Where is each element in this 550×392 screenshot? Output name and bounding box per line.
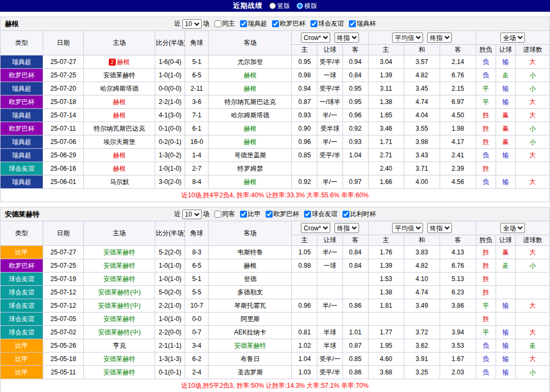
avg-away-odds: 2.14 — [440, 55, 476, 69]
away-team-name[interactable]: 多德勒支 — [237, 289, 263, 296]
match-count-select[interactable]: 10 — [182, 19, 202, 29]
subcol-result-wdl: 胜负 — [476, 45, 496, 55]
match-count-select[interactable]: 10 — [182, 210, 202, 219]
away-team-name[interactable]: 安德莱赫特 — [234, 342, 266, 349]
league-filter-checkbox[interactable] — [266, 211, 273, 218]
summary-line: 近10场,胜5平2负3, 胜率:50% 让胜率:14.3% 大率:57.1% 单… — [0, 379, 550, 392]
away-team-name[interactable]: 赫根 — [244, 262, 257, 269]
handicap-line — [317, 162, 342, 175]
handicap-away-odds: 0.85 — [342, 353, 368, 366]
handicap-line: 半球 — [317, 339, 342, 353]
home-team-name[interactable]: 特尔纳瓦斯巴达克 — [94, 125, 145, 132]
league-filter-checkbox[interactable] — [310, 20, 317, 27]
away-team-name[interactable]: 赫根 — [244, 138, 257, 146]
league-filter-checkbox[interactable] — [240, 211, 247, 218]
home-team-name[interactable]: 安德莱赫特 — [103, 355, 135, 363]
home-team-name[interactable]: 安德莱赫特 — [103, 369, 135, 376]
away-team-name[interactable]: 圣吉罗斯 — [237, 369, 263, 376]
home-team-name[interactable]: 赫根 — [113, 165, 126, 172]
league-filter-checkbox[interactable] — [240, 20, 247, 27]
away-team-name[interactable]: 赫根 — [244, 85, 257, 92]
away-team-name[interactable]: 特罗姆瑟 — [237, 165, 263, 172]
handicap-home-odds: 0.93 — [292, 109, 317, 122]
corner-score-cell: 7-1 — [185, 109, 209, 122]
same-venue-option[interactable]: 同客 — [214, 210, 235, 219]
bookmaker-select[interactable]: Crow* — [301, 33, 330, 43]
home-team-name[interactable]: 赫根 — [113, 151, 126, 159]
scope-select[interactable]: 全场 — [500, 33, 525, 43]
home-team-name[interactable]: 安德莱赫特 — [103, 275, 135, 283]
league-type-badge: 瑞典超 — [1, 82, 43, 95]
home-team-name[interactable]: 安德莱赫特(中) — [98, 289, 141, 296]
avg-away-odds: 2.39 — [440, 162, 476, 175]
away-team-name[interactable]: 阿里斯 — [241, 315, 260, 323]
away-team-name[interactable]: 哈尔姆斯塔德 — [231, 111, 269, 119]
home-team-name[interactable]: 安德莱赫特(中) — [98, 302, 141, 309]
home-team-name[interactable]: 安德莱赫特 — [103, 262, 135, 269]
league-filter-option[interactable]: 欧罗巴杯 — [266, 210, 299, 219]
away-team-name[interactable]: 布鲁日 — [241, 355, 260, 363]
league-filter-checkbox[interactable] — [304, 211, 311, 218]
home-team-name[interactable]: 安德莱赫特 — [103, 249, 135, 256]
home-team-name[interactable]: 安德莱赫特 — [103, 315, 135, 323]
league-filter-checkbox[interactable] — [272, 20, 279, 27]
away-team-name[interactable]: 登德 — [244, 275, 257, 283]
away-team-name[interactable]: 赫根 — [244, 178, 257, 186]
result-handicap — [496, 273, 515, 286]
handicap-stage-select[interactable]: 终指 — [334, 33, 359, 43]
league-filter-option[interactable]: 瑞典杯 — [349, 19, 376, 28]
league-filter-checkbox[interactable] — [342, 211, 349, 218]
avg-stage-select[interactable]: 终指 — [427, 33, 452, 43]
same-venue-checkbox[interactable] — [214, 211, 221, 218]
home-team-name[interactable]: 哈尔姆斯塔德 — [100, 85, 139, 92]
away-team-name[interactable]: 韦斯特鲁 — [237, 249, 263, 256]
home-team-cell: 安德莱赫特(中) — [84, 286, 155, 299]
average-odds-select[interactable]: 平均值 — [392, 223, 423, 233]
same-venue-checkbox[interactable] — [214, 20, 221, 27]
home-team-name[interactable]: 马尔默 — [110, 178, 129, 186]
match-row: 瑞典超25-07-14赫根4-1(3-0)7-1哈尔姆斯塔德0.93半/一0.9… — [1, 109, 550, 122]
league-filter-option[interactable]: 球会友谊 — [310, 19, 344, 28]
result-wdl: 平 — [476, 82, 496, 95]
home-team-name[interactable]: 埃尔夫斯堡 — [103, 138, 135, 146]
avg-draw-odds: 3.98 — [404, 135, 440, 149]
handicap-away-odds: 0.92 — [342, 122, 368, 135]
home-team-name[interactable]: 赫根 — [113, 98, 126, 106]
home-team-name[interactable]: 亨克 — [113, 342, 126, 349]
handicap-away-odds: 0.97 — [342, 175, 368, 189]
away-team-name[interactable]: 哥德堡盖斯 — [234, 151, 266, 159]
same-venue-option[interactable]: 同主 — [214, 19, 235, 28]
away-team-name[interactable]: 特尔纳瓦斯巴达克 — [225, 98, 276, 106]
away-team-name[interactable]: AEK拉纳卡 — [234, 329, 266, 336]
home-team-name[interactable]: 安德莱赫特(中) — [98, 329, 141, 336]
away-team-name[interactable]: 尤尔加登 — [237, 58, 263, 66]
away-team-name[interactable]: 琴斯托霍瓦 — [234, 302, 266, 309]
league-filter-option[interactable]: 比利时杯 — [342, 210, 376, 219]
horizontal-layout-radio[interactable] — [297, 3, 303, 9]
away-team-name[interactable]: 赫根 — [244, 125, 257, 132]
home-team-name[interactable]: 赫根 — [117, 58, 130, 66]
layout-option-vertical[interactable]: 竖版 — [269, 2, 290, 11]
bookmaker-select[interactable]: Crow* — [301, 223, 330, 233]
scope-select[interactable]: 全场 — [500, 223, 525, 233]
layout-option-horizontal[interactable]: 横版 — [297, 2, 317, 11]
away-team-cell: 哈尔姆斯塔德 — [209, 109, 292, 122]
home-team-name[interactable]: 赫根 — [113, 111, 126, 119]
away-team-name[interactable]: 赫根 — [244, 71, 257, 79]
league-filter-label: 欧罗巴杯 — [274, 210, 299, 219]
handicap-home-odds: 0.85 — [292, 149, 317, 162]
corner-score-cell: 1-4 — [185, 149, 209, 162]
vertical-layout-radio[interactable] — [269, 3, 276, 9]
league-filter-option[interactable]: 球会友谊 — [304, 210, 338, 219]
league-filter-option[interactable]: 瑞典超 — [240, 19, 267, 28]
league-filter-checkbox[interactable] — [349, 20, 356, 27]
league-type-badge: 球会友谊 — [1, 326, 43, 339]
handicap-stage-select[interactable]: 终指 — [334, 223, 359, 233]
league-filter-option[interactable]: 比甲 — [240, 210, 261, 219]
avg-draw-odds: 3.91 — [404, 353, 440, 366]
home-team-name[interactable]: 安德莱赫特 — [103, 71, 135, 79]
league-filter-option[interactable]: 欧罗巴杯 — [272, 19, 306, 28]
average-odds-select[interactable]: 平均值 — [392, 33, 423, 43]
avg-home-odds: 1.66 — [368, 175, 404, 189]
avg-stage-select[interactable]: 终指 — [427, 223, 452, 233]
